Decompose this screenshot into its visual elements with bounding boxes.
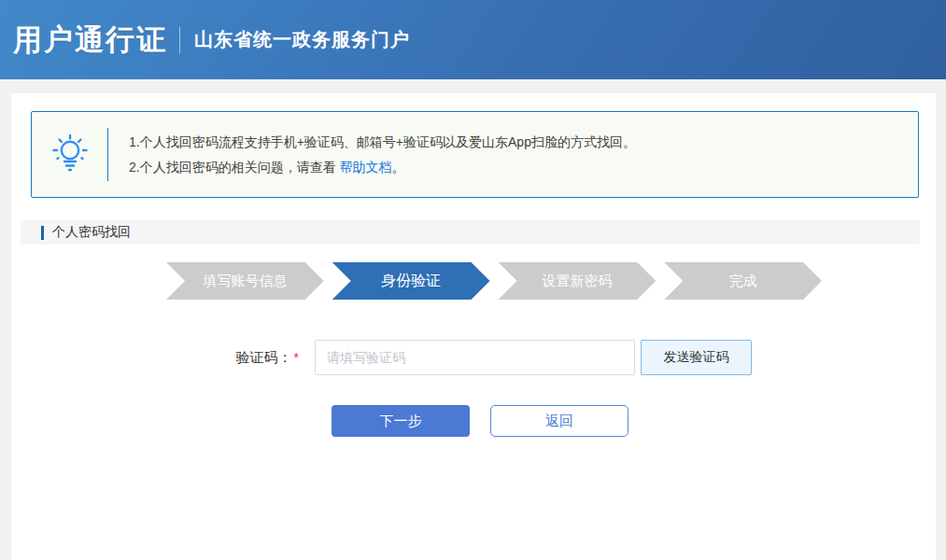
notice-line-1: 1.个人找回密码流程支持手机+验证码、邮箱号+验证码以及爱山东App扫脸的方式找… — [129, 130, 636, 155]
title-separator — [179, 27, 180, 53]
step-set-new-password: 设置新密码 — [499, 262, 657, 300]
step-fill-account-info: 填写账号信息 — [166, 262, 324, 300]
notice-line-2: 2.个人找回密码的相关问题，请查看 帮助文档。 — [129, 155, 636, 180]
main-panel: 1.个人找回密码流程支持手机+验证码、邮箱号+验证码以及爱山东App扫脸的方式找… — [11, 93, 936, 560]
send-code-button[interactable]: 发送验证码 — [641, 340, 752, 375]
help-doc-link[interactable]: 帮助文档 — [340, 160, 392, 175]
section-accent-bar — [41, 226, 44, 240]
notice-line-2-period: 。 — [392, 160, 405, 175]
site-subtitle: 山东省统一政务服务门户 — [194, 27, 410, 52]
notice-icon-area — [32, 133, 107, 177]
verification-code-label: 验证码：* — [11, 340, 299, 375]
header-banner: 用户通行证 山东省统一政务服务门户 — [0, 0, 946, 79]
required-asterisk: * — [294, 350, 299, 365]
notice-divider — [107, 128, 108, 181]
step-complete: 完成 — [664, 262, 822, 300]
notice-line-2-text: 2.个人找回密码的相关问题，请查看 — [129, 160, 340, 175]
back-button[interactable]: 返回 — [490, 405, 628, 437]
verification-code-label-text: 验证码： — [236, 349, 292, 367]
step-wizard: 填写账号信息 身份验证 设置新密码 完成 — [166, 262, 822, 300]
next-step-button[interactable]: 下一步 — [332, 405, 470, 437]
lightbulb-icon — [50, 133, 90, 177]
verification-code-input[interactable] — [315, 340, 635, 375]
site-title: 用户通行证 — [13, 21, 167, 60]
section-header: 个人密码找回 — [21, 220, 920, 245]
section-title: 个人密码找回 — [52, 224, 131, 241]
notice-text: 1.个人找回密码流程支持手机+验证码、邮箱号+验证码以及爱山东App扫脸的方式找… — [129, 130, 636, 180]
step-identity-verification: 身份验证 — [332, 262, 490, 300]
notice-box: 1.个人找回密码流程支持手机+验证码、邮箱号+验证码以及爱山东App扫脸的方式找… — [31, 111, 919, 198]
